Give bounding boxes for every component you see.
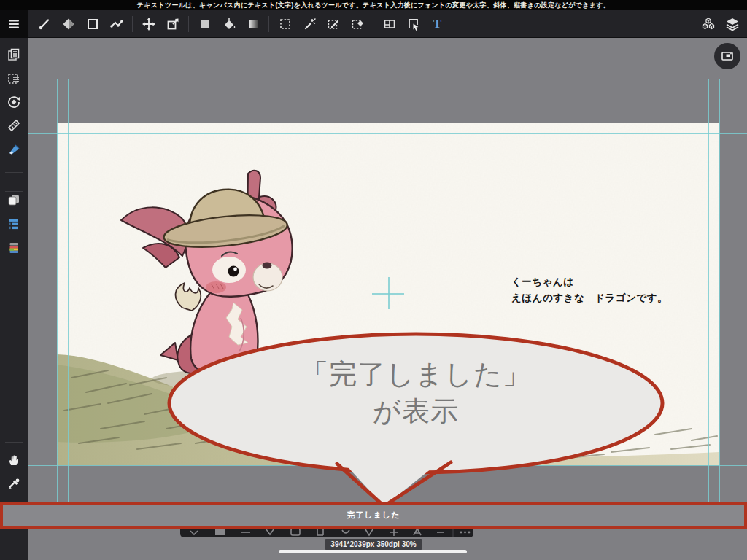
side-toolbar xyxy=(0,38,28,560)
hand-tool-icon xyxy=(7,453,21,467)
palette-icon xyxy=(7,241,21,255)
pages-panel-icon xyxy=(7,47,21,62)
magic-wand-tool-icon xyxy=(302,17,317,31)
guide-line-left-edge xyxy=(57,79,58,502)
toolbar-divider xyxy=(188,16,189,32)
eyedropper-button[interactable] xyxy=(0,474,28,494)
brush-panel-button[interactable] xyxy=(0,139,28,160)
layers-icon xyxy=(724,16,740,32)
palette-button[interactable] xyxy=(0,238,28,258)
tool-hint-banner: テキストツールは、キャンバス内にテキスト(文字)を入れるツールです。テキスト入力… xyxy=(0,0,747,10)
canvas-center-crosshair xyxy=(388,277,390,309)
move-tool-button[interactable] xyxy=(136,10,160,38)
app-window: くーちゃんは えほんのすきな ドラゴンです。 「完了しました」 が表示 xyxy=(0,0,747,560)
transform-tool-button[interactable] xyxy=(160,10,185,38)
annotation-text-line2: が表示 xyxy=(170,393,662,430)
select-pen-tool-button[interactable] xyxy=(321,10,345,38)
select-eraser-tool-button[interactable] xyxy=(345,10,369,38)
fill-rect-tool-button[interactable] xyxy=(193,10,217,38)
brush-tool-icon xyxy=(37,17,52,31)
select-eraser-tool-icon xyxy=(350,17,365,31)
gradient-tool-button[interactable] xyxy=(241,10,265,38)
object-select-tool-button[interactable] xyxy=(401,10,425,38)
sidebar-divider xyxy=(5,172,23,173)
gradient-tool-icon xyxy=(246,17,260,31)
guide-line-right-margin xyxy=(708,79,709,502)
annotation-text: 「完了しました」 が表示 xyxy=(170,356,662,430)
select-menu-button[interactable] xyxy=(0,69,28,89)
text-tool-icon: T xyxy=(433,17,441,31)
guide-line-top-margin xyxy=(28,133,747,134)
toolbar-divider xyxy=(268,16,269,32)
hand-tool-button[interactable] xyxy=(0,450,28,470)
polyline-tool-button[interactable] xyxy=(104,10,128,38)
story-text[interactable]: くーちゃんは えほんのすきな ドラゴンです。 xyxy=(511,274,667,306)
ruler-icon xyxy=(7,118,21,133)
canvas-info-text: 3941*2039px 350dpi 30% xyxy=(330,540,416,548)
panel-layout-icon xyxy=(382,17,397,31)
layers-panel-icon xyxy=(7,192,21,207)
materials-button[interactable] xyxy=(696,10,720,38)
canvas-info-chip: 3941*2039px 350dpi 30% xyxy=(325,539,422,550)
bucket-tool-icon xyxy=(222,17,236,31)
eraser-tool-icon xyxy=(61,17,76,31)
reset-view-icon xyxy=(7,95,21,109)
menu-icon xyxy=(7,17,21,31)
floating-window-button[interactable] xyxy=(714,43,740,69)
eyedropper-icon xyxy=(7,477,21,491)
home-indicator[interactable] xyxy=(279,550,467,553)
layers-panel-button[interactable] xyxy=(0,190,28,210)
brush-panel-icon xyxy=(7,142,21,157)
select-pen-tool-icon xyxy=(326,17,341,31)
guide-line-top-edge xyxy=(28,122,747,123)
guide-line-right-edge xyxy=(719,79,720,502)
layer-list-button[interactable] xyxy=(0,214,28,234)
completion-banner-text: 完了しました xyxy=(347,510,400,521)
story-text-line1: くーちゃんは xyxy=(511,274,667,290)
panel-layout-button[interactable] xyxy=(377,10,401,38)
window-icon xyxy=(720,49,735,63)
annotation-text-line1: 「完了しました」 xyxy=(170,356,662,393)
shape-tool-button[interactable] xyxy=(80,10,104,38)
brush-tool-button[interactable] xyxy=(32,10,56,38)
text-tool-button[interactable]: T xyxy=(425,10,449,38)
bucket-tool-button[interactable] xyxy=(217,10,241,38)
layers-button[interactable] xyxy=(720,10,744,38)
menu-button[interactable] xyxy=(0,10,28,38)
toolbar-divider xyxy=(132,16,133,32)
pages-panel-button[interactable] xyxy=(0,44,28,65)
fill-rect-tool-icon xyxy=(198,17,212,31)
eraser-tool-button[interactable] xyxy=(56,10,80,38)
select-rect-tool-button[interactable] xyxy=(273,10,297,38)
story-text-line2: えほんのすきな ドラゴンです。 xyxy=(511,290,667,306)
guide-line-left-margin xyxy=(68,79,69,502)
select-menu-icon xyxy=(7,71,21,86)
shape-rect-icon xyxy=(85,17,100,31)
completion-banner: 完了しました xyxy=(0,502,747,529)
transform-tool-icon xyxy=(166,17,180,31)
magic-wand-tool-button[interactable] xyxy=(297,10,321,38)
move-tool-icon xyxy=(142,17,156,31)
sidebar-divider xyxy=(5,273,23,273)
select-rect-tool-icon xyxy=(278,17,293,31)
sidebar-divider xyxy=(5,442,23,443)
tool-hint-text: テキストツールは、キャンバス内にテキスト(文字)を入れるツールです。テキスト入力… xyxy=(137,1,610,9)
ruler-button[interactable] xyxy=(0,115,28,136)
toolbar-divider xyxy=(373,16,374,32)
main-toolbar: T xyxy=(0,10,747,38)
object-select-tool-icon xyxy=(406,17,421,31)
layer-list-icon xyxy=(7,217,21,231)
reset-view-button[interactable] xyxy=(0,92,28,112)
materials-icon xyxy=(700,16,716,32)
polyline-tool-icon xyxy=(109,17,124,31)
